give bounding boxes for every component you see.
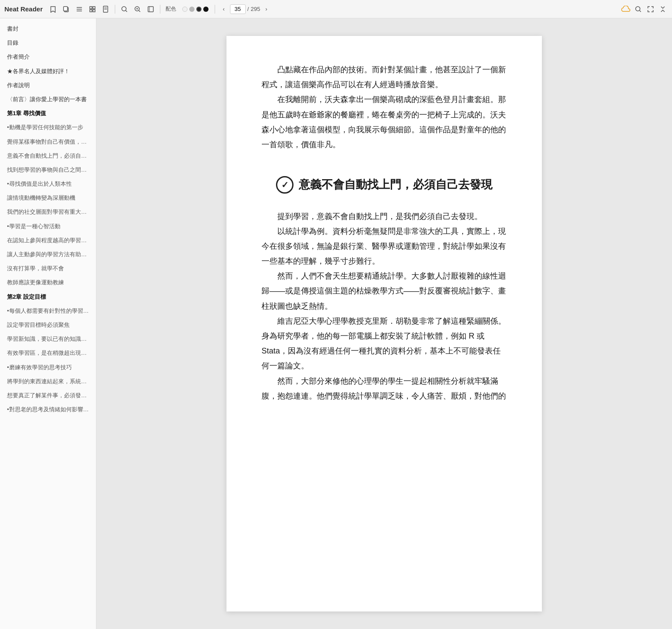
copy-icon[interactable] bbox=[61, 4, 71, 14]
bookmark-icon[interactable] bbox=[48, 4, 58, 14]
search-icon[interactable] bbox=[120, 4, 129, 14]
fullscreen-icon[interactable] bbox=[646, 4, 655, 14]
toolbar: Neat Reader 配色 ‹ / 295 › bbox=[0, 0, 672, 18]
sidebar-item-cover[interactable]: 書封 bbox=[0, 22, 96, 36]
page-input[interactable] bbox=[230, 4, 246, 14]
svg-line-15 bbox=[139, 11, 140, 12]
sidebar-item-ch2-sub7[interactable]: 想要真正了解某件事，必須發展出一套... bbox=[0, 389, 96, 403]
content-para2: 在我離開前，沃夫森拿出一個樂高砌成的深藍色登月計畫套組。那是他五歲時在爺爺家的餐… bbox=[262, 92, 507, 152]
sidebar-item-chapter2[interactable]: 第2章 設定目標 bbox=[0, 290, 96, 304]
next-page-button[interactable]: › bbox=[262, 5, 271, 14]
zoom-search-icon[interactable] bbox=[133, 4, 142, 14]
check-circle-icon bbox=[276, 176, 294, 194]
sidebar-item-ch2-sub4[interactable]: 有效學習區，是在稍微超出現有能力之處 bbox=[0, 346, 96, 360]
sidebar-item-sub2[interactable]: 覺得某樣事物對自己有價值，我們才有... bbox=[0, 135, 96, 149]
sidebar-item-sub8[interactable]: •學習是一種心智活動 bbox=[0, 219, 96, 233]
sidebar-item-ch2-sub6[interactable]: 將學到的東西連結起來，系統化學習 bbox=[0, 375, 96, 389]
svg-point-20 bbox=[636, 7, 640, 11]
svg-rect-7 bbox=[90, 10, 92, 12]
content-para6: 維吉尼亞大學心理學教授克里斯．胡勒曼非常了解這種緊繃關係。身為研究學者，他的每一… bbox=[262, 314, 507, 374]
sidebar-item-sub3-active[interactable]: 意義不會自動找上門，必須自己去發現 bbox=[0, 149, 96, 163]
page-total: 295 bbox=[251, 6, 260, 12]
sep1 bbox=[115, 5, 115, 14]
sidebar-item-sub9[interactable]: 在認知上參與程度越高的學習方法，效... bbox=[0, 233, 96, 247]
sidebar-item-preface[interactable]: 〈前言〉讓你愛上學習的一本書 bbox=[0, 92, 96, 106]
color-dot-gray[interactable] bbox=[189, 7, 195, 12]
sidebar-item-ch2-sub3[interactable]: 學習新知識，要以已有的知識為基礎 bbox=[0, 332, 96, 346]
sidebar-item-note[interactable]: 作者說明 bbox=[0, 78, 96, 92]
toolbar-right-icons bbox=[621, 4, 668, 14]
content-area: 凸點藏在作品內部的技術。而針對某個計畫，他甚至設計了一個新程式，讓這個樂高作品可… bbox=[96, 18, 672, 629]
sidebar-item-reviews[interactable]: ★各界名人及媒體好評！ bbox=[0, 64, 96, 78]
sidebar-item-sub7[interactable]: 我們的社交層面對學習有重大影響 bbox=[0, 205, 96, 219]
sidebar-item-sub5[interactable]: •尋找價值是出於人類本性 bbox=[0, 177, 96, 191]
sidebar-item-toc[interactable]: 目錄 bbox=[0, 36, 96, 50]
toolbar-search-icon[interactable] bbox=[633, 4, 643, 14]
grid-icon[interactable] bbox=[88, 4, 97, 14]
sidebar: 書封 目錄 作者簡介 ★各界名人及媒體好評！ 作者說明 〈前言〉讓你愛上學習的一… bbox=[0, 18, 96, 629]
color-label: 配色 bbox=[166, 5, 176, 13]
cloud-icon[interactable] bbox=[621, 4, 631, 14]
svg-line-21 bbox=[640, 11, 641, 12]
svg-rect-18 bbox=[148, 7, 153, 12]
sidebar-item-ch2-sub8[interactable]: •對思老的思考及情緒如何影響學習？ bbox=[0, 403, 96, 417]
sep2 bbox=[160, 5, 160, 14]
sidebar-item-ch2-sub5[interactable]: •磨練有效學習的思考技巧 bbox=[0, 360, 96, 375]
sidebar-item-sub12[interactable]: 教師應該更像運動教練 bbox=[0, 276, 96, 290]
content-para7: 然而，大部分來修他的心理學的學生一提起相關性分析就牢騷滿腹，抱怨連連。他們覺得統… bbox=[262, 374, 507, 403]
svg-rect-1 bbox=[64, 7, 67, 11]
main-area: 書封 目錄 作者簡介 ★各界名人及媒體好評！ 作者說明 〈前言〉讓你愛上學習的一… bbox=[0, 18, 672, 629]
sidebar-item-sub10[interactable]: 讓人主動參與的學習方法有助於形成更... bbox=[0, 247, 96, 261]
section-heading: 意義不會自動找上門，必須自己去發現 bbox=[262, 174, 507, 195]
section-title: 意義不會自動找上門，必須自己去發現 bbox=[299, 174, 492, 195]
sidebar-item-author[interactable]: 作者簡介 bbox=[0, 50, 96, 64]
color-dot-black[interactable] bbox=[203, 7, 209, 12]
sidebar-item-chapter1[interactable]: 第1章 尋找價值 bbox=[0, 106, 96, 120]
page-separator: / bbox=[248, 6, 249, 12]
svg-line-13 bbox=[126, 11, 127, 12]
svg-point-12 bbox=[122, 7, 126, 11]
color-dot-white[interactable] bbox=[182, 7, 187, 12]
content-para1: 凸點藏在作品內部的技術。而針對某個計畫，他甚至設計了一個新程式，讓這個樂高作品可… bbox=[262, 62, 507, 92]
page-nav: ‹ / 295 › bbox=[219, 4, 271, 14]
sidebar-item-ch2-sub1[interactable]: •每個人都需要有針對性的學習方法 bbox=[0, 304, 96, 318]
page-card: 凸點藏在作品內部的技術。而針對某個計畫，他甚至設計了一個新程式，讓這個樂高作品可… bbox=[226, 36, 542, 611]
sep3 bbox=[215, 5, 215, 14]
svg-rect-5 bbox=[90, 7, 92, 9]
sidebar-item-sub1[interactable]: •動機是學習任何技能的第一步 bbox=[0, 120, 96, 134]
menu-icon[interactable] bbox=[74, 4, 84, 14]
sidebar-item-sub4[interactable]: 找到想學習的事物與自己之間的相關性 bbox=[0, 163, 96, 177]
collapse-icon[interactable] bbox=[658, 4, 668, 14]
app-title: Neat Reader bbox=[4, 5, 43, 13]
sidebar-item-ch2-sub2[interactable]: 設定學習目標時必須聚焦 bbox=[0, 318, 96, 332]
svg-rect-6 bbox=[93, 7, 95, 9]
page-icon[interactable] bbox=[101, 4, 110, 14]
color-dots bbox=[182, 7, 209, 12]
content-para4: 以統計學為例。資料分析毫無疑問是非常強大的工具，實際上，現今在很多領域，無論是銀… bbox=[262, 224, 507, 269]
sidebar-item-sub6[interactable]: 讓情境動機轉變為深層動機 bbox=[0, 191, 96, 205]
svg-rect-8 bbox=[93, 10, 95, 12]
prev-page-button[interactable]: ‹ bbox=[219, 5, 228, 14]
color-dot-dark[interactable] bbox=[196, 7, 202, 12]
fit-icon[interactable] bbox=[146, 4, 156, 14]
content-para5: 然而，人們不會天生想要精通統計學。大多數人討厭複雜的線性迴歸——或是傳授這個主題… bbox=[262, 269, 507, 314]
sidebar-item-sub11[interactable]: 沒有打算學，就學不會 bbox=[0, 261, 96, 276]
content-para3: 提到學習，意義不會自動找上門，是我們必須自己去發現。 bbox=[262, 209, 507, 224]
